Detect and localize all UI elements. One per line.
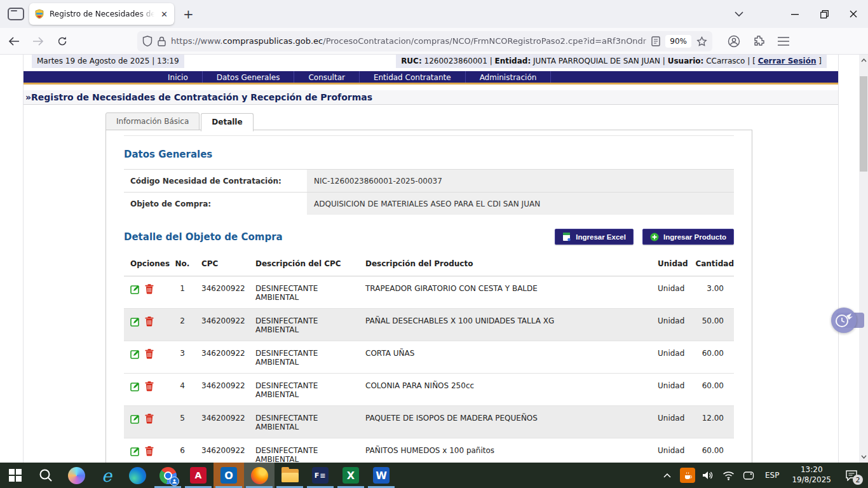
close-tab-icon[interactable]: ✕ <box>159 10 169 19</box>
codigo-necesidad-label: Código Necesidad de Contratación: <box>124 170 307 192</box>
nav-menu-item[interactable]: Datos Generales <box>203 71 295 83</box>
taskbar-edge[interactable] <box>122 463 153 488</box>
url-bar[interactable]: https://www.compraspublicas.gob.ec/Proce… <box>137 31 712 51</box>
taskbar-chrome[interactable] <box>153 463 183 488</box>
delete-trash-icon[interactable] <box>145 349 154 359</box>
col-opciones: Opciones <box>124 259 170 268</box>
tab-detalle[interactable]: Detalle <box>201 113 253 132</box>
zoom-level-chip[interactable]: 90% <box>665 35 691 48</box>
product-table: Opciones No. CPC Descripción del CPC Des… <box>124 254 734 463</box>
tray-chevron-icon[interactable] <box>658 463 676 488</box>
col-desc-cpc: Descripción del CPC <box>249 259 358 268</box>
nav-menu-item[interactable]: Inicio <box>154 71 203 83</box>
edit-icon[interactable] <box>130 284 140 294</box>
nav-menu-item[interactable]: Consultar <box>294 71 360 83</box>
product-row: 5 346200922 DESINFECTANTE AMBIENTAL PAQU… <box>124 406 734 438</box>
time-tracker-widget[interactable] <box>831 308 859 333</box>
chrome-profile-badge <box>170 477 179 486</box>
start-button[interactable] <box>0 463 31 488</box>
taskbar-excel[interactable]: X <box>336 463 366 488</box>
product-row: 6 346200922 DESINFECTANTE AMBIENTAL PAÑI… <box>124 438 734 463</box>
delete-trash-icon[interactable] <box>145 381 154 391</box>
lock-icon[interactable] <box>158 36 166 46</box>
tab-informacion-basica[interactable]: Información Básica <box>105 112 200 131</box>
delete-trash-icon[interactable] <box>145 316 154 327</box>
col-desc-producto: Descripción del Producto <box>358 259 653 268</box>
windows-logo-icon <box>9 469 22 482</box>
restore-button[interactable] <box>810 0 839 28</box>
reload-icon[interactable] <box>52 31 72 51</box>
java-icon[interactable] <box>679 463 696 488</box>
file-explorer-icon <box>281 469 299 482</box>
url-text[interactable]: https://www.compraspublicas.gob.ec/Proce… <box>171 36 646 46</box>
ingresar-excel-button[interactable]: Ingresar Excel <box>555 229 634 245</box>
edit-icon[interactable] <box>130 349 140 359</box>
page-container: Martes 19 de Agosto de 2025 | 13:19 RUC:… <box>23 55 839 463</box>
taskbar-file-explorer[interactable] <box>275 463 305 488</box>
delete-trash-icon[interactable] <box>145 446 154 456</box>
nav-menu-item[interactable]: Administración <box>466 71 552 83</box>
codigo-necesidad-row: Código Necesidad de Contratación: NIC-12… <box>124 169 734 192</box>
delete-trash-icon[interactable] <box>145 284 154 294</box>
windows-taskbar: e A O F≡ X W ESP 13:2019/8/2025 2 <box>0 463 868 488</box>
form-tabs: Información Básica Detalle <box>105 112 255 131</box>
action-center[interactable]: 2 <box>839 463 864 488</box>
minimize-button[interactable] <box>780 0 810 28</box>
taskbar-acrobat[interactable]: A <box>183 463 214 488</box>
wifi-icon[interactable] <box>719 463 737 488</box>
product-table-header: Opciones No. CPC Descripción del CPC Des… <box>124 254 734 276</box>
add-plus-icon <box>650 233 659 241</box>
shield-icon[interactable] <box>142 36 153 46</box>
winged-clock-icon[interactable] <box>831 308 857 333</box>
edit-icon[interactable] <box>130 316 140 327</box>
forward-icon[interactable] <box>28 31 48 51</box>
language-indicator[interactable]: ESP <box>760 471 784 480</box>
scroll-up-icon[interactable] <box>859 55 868 65</box>
menu-hamburger-icon[interactable] <box>778 37 789 46</box>
nav-menu-item[interactable]: Entidad Contratante <box>360 71 466 83</box>
divider <box>124 135 734 136</box>
taskbar-outlook[interactable]: O <box>214 463 244 488</box>
cerrar-sesion-link[interactable]: Cerrar Sesión <box>758 57 817 65</box>
bookmark-star-icon[interactable] <box>696 36 707 46</box>
vertical-scrollbar[interactable] <box>859 55 868 463</box>
notification-badge: 2 <box>853 475 863 485</box>
close-window-button[interactable] <box>839 0 868 28</box>
scrollbar-thumb[interactable] <box>860 76 867 172</box>
delete-trash-icon[interactable] <box>145 414 154 424</box>
new-tab-button[interactable]: + <box>183 6 194 22</box>
firefox-icon <box>251 467 268 484</box>
outlook-icon: O <box>220 467 237 484</box>
reader-mode-icon[interactable] <box>651 36 660 46</box>
ingresar-producto-button[interactable]: Ingresar Producto <box>642 229 734 245</box>
taskbar-search[interactable] <box>31 463 61 488</box>
extensions-puzzle-icon[interactable] <box>753 35 765 47</box>
taskbar-clock[interactable]: 13:2019/8/2025 <box>787 465 836 485</box>
product-table-body: 1 346200922 DESINFECTANTE AMBIENTAL TRAP… <box>124 276 734 463</box>
edit-icon[interactable] <box>130 446 140 456</box>
edit-icon[interactable] <box>130 414 140 424</box>
edge-icon <box>129 467 146 484</box>
browser-tab[interactable]: Registro de Necesidades de Con ✕ <box>29 3 174 25</box>
back-icon[interactable] <box>4 31 24 51</box>
account-icon[interactable] <box>728 35 740 48</box>
fec-app-icon: F≡ <box>312 467 329 484</box>
taskbar-internet-explorer[interactable]: e <box>92 463 122 488</box>
taskbar-word[interactable]: W <box>366 463 397 488</box>
tab-title: Registro de Necesidades de Con <box>50 10 154 18</box>
taskbar-firefox[interactable] <box>244 463 275 488</box>
user-session-info: RUC: 1260023860001 | Entidad: JUNTA PARR… <box>396 55 827 68</box>
edit-icon[interactable] <box>130 381 140 391</box>
scroll-down-icon[interactable] <box>859 452 868 462</box>
codigo-necesidad-value: NIC-1260023860001-2025-00037 <box>307 170 734 192</box>
system-tray: ESP 13:2019/8/2025 2 <box>658 463 868 488</box>
current-datetime: Martes 19 de Agosto de 2025 | 13:19 <box>32 55 184 68</box>
firefox-view-icon[interactable] <box>8 8 24 20</box>
volume-icon[interactable] <box>699 463 717 488</box>
list-all-tabs-icon[interactable] <box>728 0 750 28</box>
taskbar-fec-app[interactable]: F≡ <box>305 463 336 488</box>
display-device-icon[interactable] <box>740 463 757 488</box>
favicon-ecuador-emblem <box>34 9 44 19</box>
taskbar-copilot[interactable] <box>61 463 92 488</box>
acrobat-icon: A <box>190 467 207 484</box>
